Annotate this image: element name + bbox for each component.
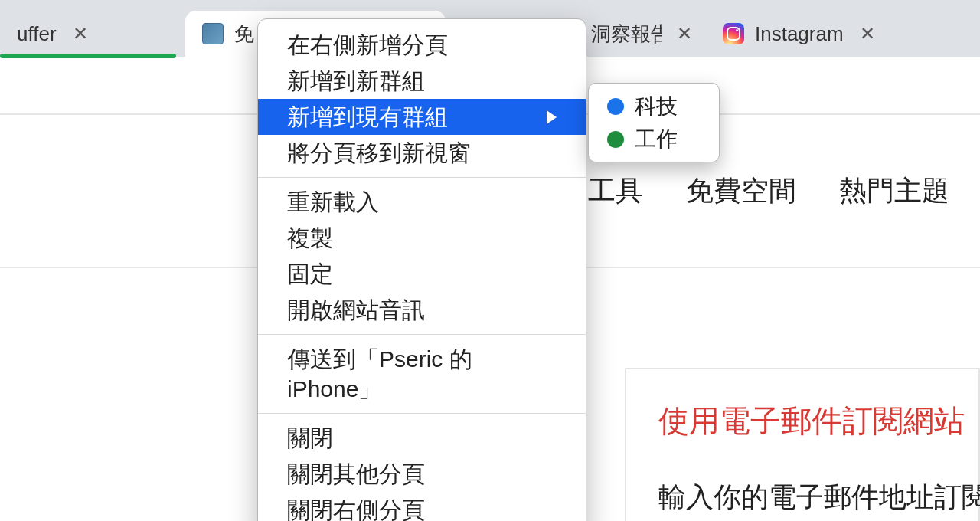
- tab-context-menu: 在右側新增分頁 新增到新群組 新增到現有群組 將分頁移到新視窗 重新載入 複製 …: [257, 18, 586, 521]
- nav-link-hot[interactable]: 熱門主題: [839, 172, 949, 210]
- group-color-dot-green: [607, 131, 624, 148]
- subscribe-subtext: 輸入你的電子郵件地址訂閱: [658, 479, 946, 516]
- menu-send-to-device[interactable]: 傳送到「Pseric 的 iPhone」: [258, 341, 586, 407]
- tab-title: uffer: [17, 22, 57, 46]
- menu-add-to-new-group[interactable]: 新增到新群組: [258, 63, 586, 99]
- favicon-instagram: [723, 23, 744, 44]
- submenu-group-tech[interactable]: 科技: [589, 90, 719, 123]
- menu-close[interactable]: 關閉: [258, 420, 586, 456]
- tab-report[interactable]: 洞察報告 ✕: [574, 11, 706, 57]
- menu-reload[interactable]: 重新載入: [258, 184, 586, 220]
- tab-buffer[interactable]: uffer ✕: [0, 11, 185, 57]
- tab-title: Instagram: [755, 22, 844, 46]
- menu-close-others[interactable]: 關閉其他分頁: [258, 456, 586, 492]
- menu-pin[interactable]: 固定: [258, 256, 586, 292]
- menu-close-right[interactable]: 關閉右側分頁: [258, 492, 586, 521]
- menu-unmute-site[interactable]: 開啟網站音訊: [258, 292, 586, 328]
- menu-separator: [258, 334, 586, 335]
- menu-add-to-existing-group[interactable]: 新增到現有群組: [258, 99, 586, 135]
- nav-link-freespace[interactable]: 免費空間: [686, 172, 796, 210]
- menu-separator: [258, 413, 586, 414]
- nav-link-tools[interactable]: 工具: [588, 172, 643, 210]
- favicon-free: [202, 23, 224, 44]
- submenu-group-work[interactable]: 工作: [589, 123, 719, 156]
- group-color-dot-blue: [607, 98, 624, 115]
- menu-separator: [258, 177, 586, 178]
- subscribe-card: 使用電子郵件訂閱網站 輸入你的電子郵件地址訂閱: [625, 368, 980, 521]
- menu-duplicate[interactable]: 複製: [258, 220, 586, 256]
- menu-move-to-new-window[interactable]: 將分頁移到新視窗: [258, 135, 586, 171]
- progress-underline: [0, 54, 176, 58]
- close-tab-icon[interactable]: ✕: [859, 25, 876, 42]
- subscribe-headline: 使用電子郵件訂閱網站: [658, 400, 946, 442]
- close-tab-icon[interactable]: ✕: [677, 25, 692, 42]
- tab-title: 免: [234, 21, 254, 48]
- submenu-arrow-icon: [547, 110, 557, 124]
- tab-title: 洞察報告: [591, 21, 662, 48]
- tab-instagram[interactable]: Instagram ✕: [706, 11, 980, 57]
- close-tab-icon[interactable]: ✕: [72, 25, 89, 42]
- tab-group-submenu: 科技 工作: [588, 83, 720, 162]
- menu-new-tab-right[interactable]: 在右側新增分頁: [258, 27, 586, 63]
